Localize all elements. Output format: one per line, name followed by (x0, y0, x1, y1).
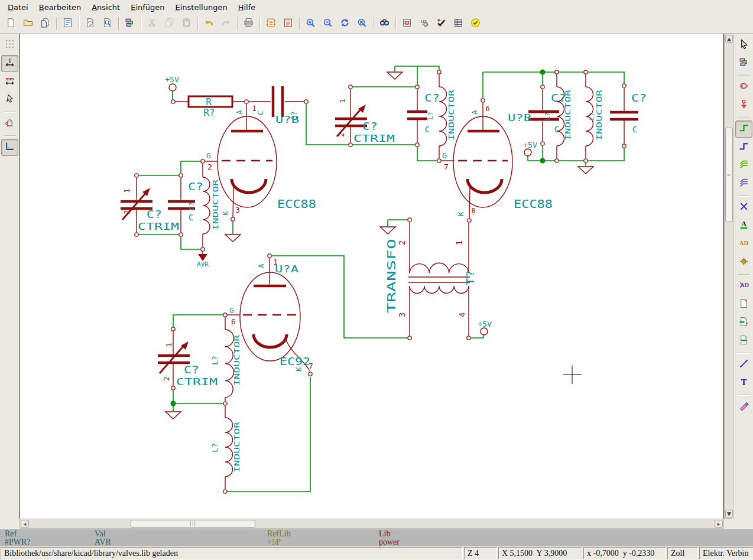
schematic-label: C? (631, 92, 647, 104)
grid-toggle-button[interactable] (1, 37, 18, 54)
print-button[interactable] (240, 15, 257, 32)
no-connect-button[interactable] (735, 199, 752, 216)
zoom-fit-button[interactable] (353, 15, 371, 32)
open-icon (23, 18, 33, 30)
erc-check-button[interactable] (433, 15, 450, 32)
top-toolbar: U? (0, 14, 753, 34)
schematic-label: C? (188, 181, 203, 193)
field-value: power (379, 538, 400, 546)
cursor-shape-button[interactable] (1, 92, 18, 109)
graphic-text-icon: T (739, 377, 749, 389)
run-cvpcb-button[interactable] (467, 15, 484, 32)
menu-einstellungen[interactable]: Einstellungen (170, 1, 233, 14)
add-bus-button[interactable] (735, 139, 752, 156)
scroll-down-button[interactable]: ▼ (725, 510, 733, 517)
find-icon (379, 18, 390, 30)
zoom-fit-icon (357, 18, 367, 30)
horizontal-scrollbar[interactable]: ◂ ||| ▸ (20, 519, 724, 529)
svg-text:I: I (9, 57, 11, 64)
plot-to-file-button[interactable] (280, 15, 297, 32)
svg-text:A: A (745, 321, 748, 325)
toolbar-separator (141, 17, 141, 30)
schematic-label: CTRIM (176, 376, 218, 388)
zoom-redraw-button[interactable] (336, 15, 353, 32)
hierarchy-navigator-button[interactable] (121, 15, 138, 32)
schematic-label: CTRIM (353, 133, 395, 144)
schematic-label: 1 (252, 105, 256, 113)
leave-sheet-icon (102, 18, 112, 30)
global-label-icon: AD (739, 238, 749, 250)
units-inch-button[interactable]: I (1, 55, 18, 72)
graphic-text-button[interactable]: T (735, 375, 752, 392)
vscroll-thumb[interactable]: = (725, 128, 733, 222)
ortho-mode-button[interactable] (1, 139, 18, 156)
scroll-right-button[interactable]: ▸ (715, 520, 723, 528)
schematic-label: 2 (163, 376, 171, 380)
schematic-label: A (470, 110, 479, 115)
paste-button[interactable] (178, 15, 195, 32)
add-component-button[interactable] (735, 79, 752, 96)
schematic-label: C? (362, 121, 378, 132)
field-value: +5P (267, 538, 291, 546)
hidden-pins-button[interactable] (1, 115, 18, 132)
delete-button[interactable] (735, 398, 752, 415)
svg-text:T: T (741, 377, 746, 387)
hier-label-button[interactable]: AD (735, 278, 752, 295)
schematic-label: C (256, 110, 265, 115)
hscroll-thumb[interactable]: ||| (131, 520, 255, 528)
menu-bar: DateiBearbeitenAnsichtEinfügenEinstellun… (0, 0, 753, 14)
copy-icon (164, 18, 174, 30)
redo-button[interactable] (218, 15, 235, 32)
graphic-line-button[interactable] (735, 356, 752, 373)
copy-button[interactable] (161, 15, 178, 32)
vertical-scrollbar[interactable]: ▲ = ▼ (724, 34, 733, 519)
field-lib: Libpower (379, 530, 400, 546)
net-label-button[interactable]: A (735, 217, 752, 235)
schematic-label: L? (210, 443, 219, 452)
add-power-button[interactable] (735, 97, 752, 114)
menu-einfügen[interactable]: Einfügen (125, 1, 170, 14)
graphic-line-icon (739, 359, 749, 371)
junction-button[interactable] (735, 254, 752, 271)
annotate-button[interactable]: U? (416, 15, 433, 32)
schematic-label: 8 (471, 207, 475, 215)
menu-hilfe[interactable]: Hilfe (233, 1, 261, 14)
wire-bus-entry-button[interactable] (735, 157, 752, 174)
leave-sheet-button[interactable] (99, 15, 116, 32)
schematic-label: G (229, 306, 234, 315)
plot-to-file-icon (283, 18, 293, 30)
save-schematic-button[interactable] (37, 15, 54, 32)
zoom-in-button[interactable] (302, 15, 319, 32)
hierarchy-navigator2-button[interactable] (735, 55, 752, 72)
schematic-label: U?B (508, 112, 531, 123)
open-button[interactable] (20, 15, 37, 32)
sheet-pin-button[interactable] (735, 333, 752, 350)
plot-button[interactable] (262, 15, 280, 32)
bus-bus-entry-button[interactable] (735, 175, 752, 193)
add-wire-button[interactable] (735, 121, 752, 138)
units-mm-button[interactable]: mm (1, 73, 18, 90)
scroll-left-button[interactable]: ◂ (21, 520, 29, 528)
toolbar-separator (197, 17, 198, 30)
cut-button[interactable] (144, 15, 161, 32)
zoom-out-button[interactable] (319, 15, 336, 32)
import-sheet-pin-button[interactable]: A (735, 314, 752, 331)
no-connect-icon (739, 201, 749, 214)
bom-list-button[interactable] (450, 15, 467, 32)
navigate-back-button[interactable] (82, 15, 99, 32)
find-button[interactable] (376, 15, 393, 32)
hier-sheet-button[interactable] (735, 296, 752, 313)
toolbar-separator (738, 395, 749, 395)
toolbar-separator (259, 17, 260, 30)
new-sheet-button[interactable] (2, 15, 20, 32)
scroll-up-button[interactable]: ▲ (725, 35, 733, 43)
undo-button[interactable] (200, 15, 218, 32)
netlist-button[interactable] (398, 15, 416, 32)
page-settings-button[interactable] (59, 15, 76, 32)
menu-bearbeiten[interactable]: Bearbeiten (34, 1, 86, 14)
menu-datei[interactable]: Datei (2, 1, 34, 14)
schematic-canvas[interactable]: +5VRR?CC?U?BA1G2K3ECC8812C?CTRIMC?C?CIND… (20, 34, 724, 519)
cursor-button[interactable] (735, 37, 752, 54)
global-label-button[interactable]: AD (735, 236, 752, 253)
menu-ansicht[interactable]: Ansicht (86, 1, 125, 14)
